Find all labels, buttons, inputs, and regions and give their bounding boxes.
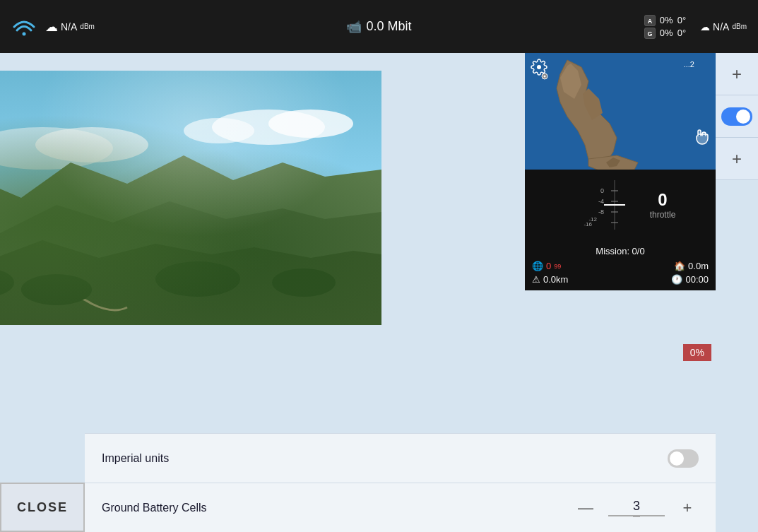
svg-point-0 [23,32,26,36]
toggle-container [716,95,758,138]
imperial-units-label: Imperial units [102,452,668,465]
right-signal-unit: dBm [732,23,747,30]
percent-overlay: 0% [683,344,711,361]
mission-label: Mission: 0/0 [596,246,644,256]
altitude-item: 🏠 0.0m [674,261,709,271]
sidebar-controls: + + [716,53,758,180]
svg-point-15 [21,274,92,305]
ground-battery-label: Ground Battery Cells [102,502,574,514]
svg-text:0: 0 [600,187,604,194]
a-label: A [644,15,656,26]
instruments-area: 0 -4 -8 -12 -16 0 throttle [525,170,716,240]
svg-point-6 [212,110,325,145]
right-upload-icon: ☁ [700,21,710,32]
a-angle: 0° [677,15,686,25]
upload-cloud-icon: ☁ [45,19,58,35]
right-signal-info: ☁ N/A dBm [700,21,747,32]
g-percent: 0% [660,28,673,38]
battery-increment-button[interactable]: + [676,497,699,519]
settings-panel: Imperial units Ground Battery Cells — 3 … [85,433,716,532]
settings-gear-icon[interactable] [531,59,547,79]
g-angle: 0° [677,28,686,38]
signal-value: N/A [61,21,77,32]
signal-unit: dBm [80,23,95,30]
camera-icon: 📹 [346,19,362,35]
svg-point-16 [155,261,240,297]
globe-icon: 🌐 [532,261,543,271]
svg-text:G: G [647,30,652,37]
distance-value: 0.0km [543,274,568,285]
imperial-units-row: Imperial units [85,433,716,483]
plus-top-button[interactable]: + [716,53,758,95]
bitrate-value: 0.0 Mbit [366,19,411,34]
svg-text:A: A [648,18,653,25]
throttle-label: throttle [650,210,676,220]
close-button[interactable]: CLOSE [0,483,85,532]
svg-point-25 [544,76,546,78]
flight-data-bar: Mission: 0/0 🌐 099 🏠 0.0m ⚠ 0.0km 🕐 00:0… [525,240,716,290]
svg-marker-11 [0,155,381,325]
distance-item: ⚠ 0.0km [532,274,568,285]
svg-point-14 [0,268,14,297]
map-scale: ...2 [684,60,694,69]
battery-value-display: 3 [633,499,640,517]
svg-marker-13 [0,240,381,325]
svg-point-17 [272,268,336,297]
cursor-hand-icon[interactable] [693,128,710,148]
a-percent: 0% [660,15,673,25]
throttle-display: 0 throttle [650,190,676,220]
ground-battery-row: Ground Battery Cells — 3 + [85,483,716,532]
svg-point-9 [0,127,113,170]
battery-item: 🌐 099 [532,261,561,271]
close-label: CLOSE [17,500,68,515]
bitrate-display: 📹 0.0 Mbit [346,19,411,35]
altitude-value: 0.0m [688,261,709,271]
antenna-stats: A 0% 0° G 0% 0° [644,15,686,39]
svg-point-10 [35,127,148,162]
svg-text:-4: -4 [598,198,604,205]
warning-icon: ⚠ [532,274,540,285]
time-value: 00:00 [685,274,709,285]
toggle-switch[interactable] [721,107,752,126]
data-row-bottom: ⚠ 0.0km 🕐 00:00 [532,274,709,285]
time-item: 🕐 00:00 [671,274,709,285]
home-icon: 🏠 [674,261,685,271]
svg-point-8 [184,118,254,143]
left-signal-info: ☁ N/A dBm [45,19,95,35]
svg-rect-5 [0,71,381,325]
plus-bottom-button[interactable]: + [716,138,758,180]
svg-marker-12 [0,201,381,325]
data-row-top: 🌐 099 🏠 0.0m [532,261,709,271]
stat-a-row: A 0% 0° [644,15,686,26]
svg-point-7 [268,110,353,138]
battery-decrement-button[interactable]: — [574,497,597,519]
camera-feed [0,71,381,325]
stat-g-row: G 0% 0° [644,28,686,39]
throttle-value: 0 [650,190,676,210]
svg-text:-16: -16 [584,221,592,227]
imperial-units-toggle[interactable] [668,449,699,468]
right-stats: A 0% 0° G 0% 0° ☁ N/A dBm [644,15,747,39]
battery-stepper: — 3 + [574,497,699,519]
wifi-icon [11,11,37,42]
map-container[interactable]: ...2 [525,53,716,170]
battery-value: 0 [546,261,551,271]
g-label: G [644,28,656,39]
mission-row: Mission: 0/0 [532,246,709,256]
clock-icon: 🕐 [671,274,682,285]
battery-sup: 99 [554,263,561,270]
svg-rect-18 [525,53,716,170]
top-bar: ☁ N/A dBm 📹 0.0 Mbit A 0% 0° [0,0,758,53]
svg-text:-8: -8 [598,208,604,215]
percent-value: 0% [690,347,704,358]
right-signal-value: N/A [713,21,729,32]
